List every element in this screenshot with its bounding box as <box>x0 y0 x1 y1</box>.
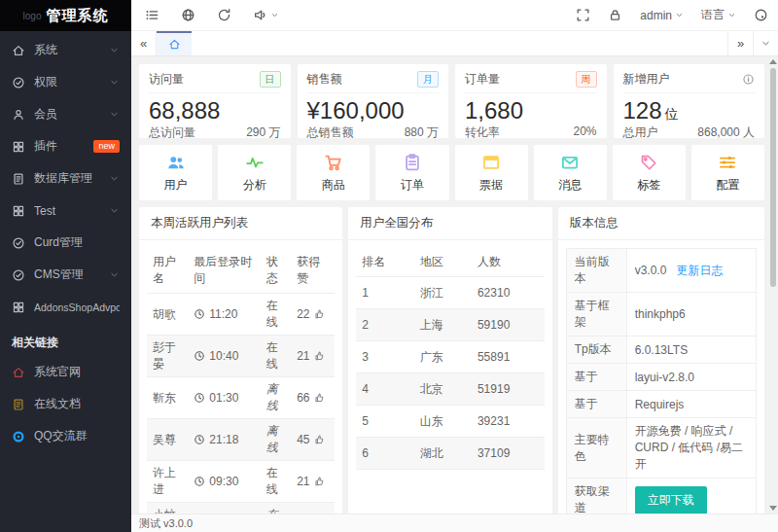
sidebar-item-test[interactable]: Test <box>0 195 131 227</box>
stat-sub-value: 880 万 <box>405 124 439 141</box>
sidebar-item-permission[interactable]: 权限 <box>0 66 131 98</box>
tabs-menu-button[interactable] <box>753 31 778 55</box>
config-icon <box>718 153 737 172</box>
logo-image-placeholder: logo <box>23 11 42 21</box>
component-icon <box>12 204 25 218</box>
table-row: 5山东39231 <box>356 406 544 438</box>
table-row: 2上海59190 <box>356 309 544 341</box>
table-row: 小蚊子 21:18 在线 45 <box>147 503 335 514</box>
menu-collapse-icon[interactable] <box>145 8 159 22</box>
sidebar-item-label: CMS管理 <box>34 266 109 283</box>
announcement-icon <box>253 8 267 22</box>
cart-icon <box>324 153 343 172</box>
sidebar-item-curd[interactable]: Curd管理 <box>0 227 131 259</box>
version-table: 当前版本 v3.0.0更新日志 基于框架 thinkphp6 Tp版本 6.0.… <box>566 248 757 514</box>
globe-icon[interactable] <box>181 8 195 22</box>
table-row: 主要特色 开源免费 / 响应式 / CURD / 低代码 /易二开 <box>566 418 756 479</box>
clock-icon <box>194 350 205 362</box>
changelog-link[interactable]: 更新日志 <box>676 264 723 277</box>
quick-nav-users[interactable]: 用户 <box>139 145 212 200</box>
content-scrollbar[interactable] <box>769 57 777 513</box>
sidebar-item-system[interactable]: 系统 <box>0 34 131 66</box>
table-row: 当前版本 v3.0.0更新日志 <box>566 249 756 293</box>
sidebar-link-qq[interactable]: QQ交流群 <box>0 420 131 452</box>
sidebar-item-plugin[interactable]: 插件 new <box>0 130 131 162</box>
scroll-down-arrow[interactable] <box>769 506 777 511</box>
app-logo[interactable]: logo 管理系统 <box>0 0 131 31</box>
chevron-down-icon <box>109 45 120 55</box>
quick-nav-analysis[interactable]: 分析 <box>218 145 291 200</box>
clock-icon <box>194 392 205 404</box>
info-icon[interactable] <box>742 73 755 86</box>
sidebar-item-database[interactable]: 数据库管理 <box>0 162 131 195</box>
tabs-scroll-right-button[interactable]: » <box>727 31 753 55</box>
panel-title: 用户全国分布 <box>348 207 551 240</box>
quick-nav-goods[interactable]: 商品 <box>297 145 370 200</box>
tabs-empty-area <box>192 31 727 55</box>
sidebar-item-addons[interactable]: AddonsShopAdvposition <box>0 291 131 323</box>
tab-home[interactable] <box>157 31 192 55</box>
stat-card-new-users: 新增用户 128位 总用户 868,000 人 <box>614 64 765 138</box>
thumbs-up-icon[interactable] <box>313 350 325 362</box>
member-icon <box>12 108 25 122</box>
scrollbar-thumb[interactable] <box>770 68 776 287</box>
sidebar-item-label: 在线文档 <box>34 396 120 412</box>
stat-card-visits: 访问量 日 68,888 总访问量 290 万 <box>139 64 291 138</box>
chevron-down-icon <box>109 77 120 88</box>
table-row: 6湖北37109 <box>356 438 544 470</box>
quick-nav-messages[interactable]: 消息 <box>534 145 607 200</box>
language-dropdown[interactable]: 语言 <box>701 7 736 23</box>
order-icon <box>403 153 422 172</box>
stat-title: 订单量 <box>465 71 500 88</box>
sidebar-link-website[interactable]: 系统官网 <box>0 356 131 388</box>
active-users-panel: 本周活跃用户列表 用户名 最后登录时间 状态 获得赞 <box>139 207 342 514</box>
stat-sub-label: 总访问量 <box>149 124 195 141</box>
quick-nav-tickets[interactable]: 票据 <box>455 145 528 200</box>
table-row: Tp版本 6.0.13LTS <box>566 337 756 364</box>
sidebar-link-docs[interactable]: 在线文档 <box>0 388 131 420</box>
stat-value: ¥160,000 <box>307 97 440 124</box>
thumbs-up-icon[interactable] <box>313 476 325 487</box>
new-badge: new <box>93 140 120 154</box>
sidebar-item-label: 系统 <box>34 42 109 58</box>
lock-icon[interactable] <box>608 8 622 22</box>
home-icon <box>168 38 181 51</box>
sidebar-item-label: QQ交流群 <box>34 428 120 444</box>
main-content: 访问量 日 68,888 总访问量 290 万 销售额 月 ¥160,000 总… <box>131 56 778 514</box>
home-icon <box>12 44 25 57</box>
sidebar-item-member[interactable]: 会员 <box>0 98 131 130</box>
language-label: 语言 <box>701 7 725 23</box>
table-row: 获取渠道 立即下载 <box>566 479 756 514</box>
user-dropdown[interactable]: admin <box>640 9 684 22</box>
download-button[interactable]: 立即下载 <box>635 486 707 514</box>
fullscreen-icon[interactable] <box>576 8 590 22</box>
table-row: 4北京51919 <box>356 373 544 406</box>
shield-check-icon <box>12 76 25 89</box>
database-icon <box>12 172 25 186</box>
quick-nav-orders[interactable]: 订单 <box>375 145 448 200</box>
scroll-up-arrow[interactable] <box>769 59 777 64</box>
clock-icon <box>194 434 205 445</box>
refresh-icon[interactable] <box>217 8 231 22</box>
chevron-down-icon <box>109 269 120 280</box>
sidebar-item-cms[interactable]: CMS管理 <box>0 259 131 291</box>
table-row: 基于 Requirejs <box>566 391 756 418</box>
curd-icon <box>12 236 25 250</box>
ticket-icon <box>481 153 501 172</box>
thumbs-up-icon[interactable] <box>313 434 325 445</box>
stats-row: 访问量 日 68,888 总访问量 290 万 销售额 月 ¥160,000 总… <box>139 64 764 138</box>
quick-nav-config[interactable]: 配置 <box>691 145 764 200</box>
quick-nav-tags[interactable]: 标签 <box>613 145 686 200</box>
announcement-dropdown[interactable] <box>253 8 279 22</box>
thumbs-up-icon[interactable] <box>313 308 325 320</box>
sidebar: logo 管理系统 系统 权限 会员 插件 new 数据库管理 <box>0 0 131 532</box>
theme-palette-icon[interactable] <box>754 8 768 22</box>
table-row: 靳东 01:30 离线 66 <box>147 377 335 419</box>
sidebar-item-label: 会员 <box>34 106 109 123</box>
stat-value: 128 <box>623 97 662 124</box>
thumbs-up-icon[interactable] <box>313 392 325 404</box>
stat-title: 访问量 <box>149 71 184 88</box>
tabs-scroll-left-button[interactable]: « <box>131 31 157 55</box>
table-row: 许上进 09:30 在线 21 <box>147 461 335 503</box>
qq-icon <box>12 430 25 443</box>
